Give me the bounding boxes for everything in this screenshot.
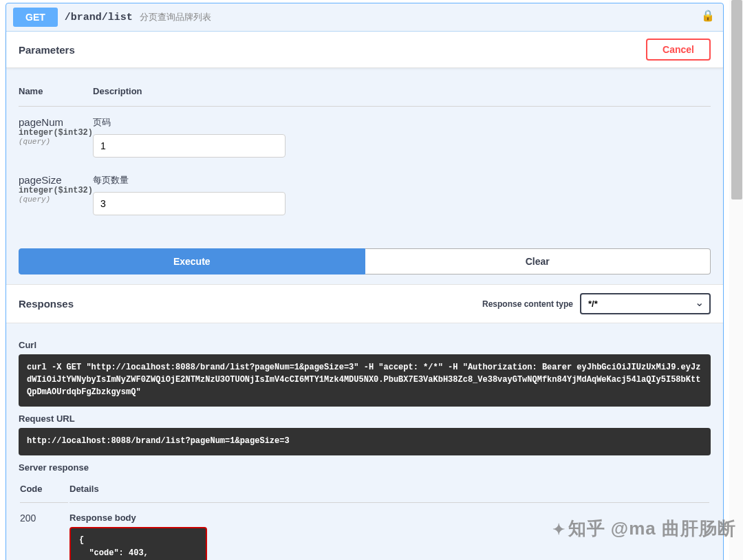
param-in: (query)	[19, 138, 93, 146]
param-row: pageNum integer($int32) (query) 页码	[19, 107, 711, 165]
param-row: pageSize integer($int32) (query) 每页数量	[19, 164, 711, 222]
content-type-select[interactable]: */*	[580, 293, 711, 314]
parameters-title: Parameters	[19, 44, 75, 56]
responses-body: Curl curl -X GET "http://localhost:8088/…	[6, 323, 723, 560]
responses-title: Responses	[19, 298, 74, 310]
scrollbar-thumb[interactable]	[731, 0, 742, 200]
http-method-badge: GET	[13, 8, 58, 27]
col-header-details: Details	[69, 478, 709, 503]
endpoint-path: /brand/list	[65, 12, 133, 23]
cancel-button[interactable]: Cancel	[646, 39, 711, 61]
curl-label: Curl	[19, 340, 711, 350]
col-header-name: Name	[19, 80, 93, 107]
operation-summary[interactable]: GET /brand/list 分页查询品牌列表 🔒	[6, 3, 723, 32]
responses-header: Responses Response content type */*	[6, 284, 723, 323]
operation-block: GET /brand/list 分页查询品牌列表 🔒 Parameters Ca…	[6, 3, 724, 560]
action-button-row: Execute Clear	[19, 248, 711, 274]
col-header-code: Code	[20, 478, 68, 503]
param-type: integer($int32)	[19, 186, 93, 195]
curl-code[interactable]: curl -X GET "http://localhost:8088/brand…	[19, 354, 711, 407]
request-url-label: Request URL	[19, 413, 711, 424]
vertical-scrollbar[interactable]	[729, 0, 743, 560]
clear-button[interactable]: Clear	[365, 248, 711, 274]
status-code: 200	[20, 513, 36, 524]
param-name: pageSize	[19, 174, 93, 186]
param-type: integer($int32)	[19, 128, 93, 138]
param-input-pagesize[interactable]	[93, 192, 286, 215]
param-name: pageNum	[19, 116, 93, 128]
param-in: (query)	[19, 195, 93, 204]
parameters-header: Parameters Cancel	[6, 32, 723, 68]
request-url-code[interactable]: http://localhost:8088/brand/list?pageNum…	[19, 428, 711, 455]
content-type-label: Response content type	[482, 299, 573, 309]
response-body-code[interactable]: { "code": 403, "data": "抱歉，您没有访问权限", "me…	[69, 527, 207, 560]
param-desc: 每页数量	[93, 174, 711, 186]
response-body-label: Response body	[69, 513, 709, 523]
parameters-body: Name Description pageNum integer($int32)…	[6, 68, 723, 235]
lock-icon[interactable]: 🔒	[701, 9, 715, 22]
response-row: 200 Response body { "code": 403, "data":…	[20, 504, 709, 560]
execute-button[interactable]: Execute	[19, 248, 365, 274]
param-desc: 页码	[93, 116, 711, 129]
endpoint-summary: 分页查询品牌列表	[140, 11, 211, 23]
server-response-label: Server response	[19, 462, 711, 473]
col-header-description: Description	[93, 80, 711, 107]
param-input-pagenum[interactable]	[93, 134, 286, 158]
